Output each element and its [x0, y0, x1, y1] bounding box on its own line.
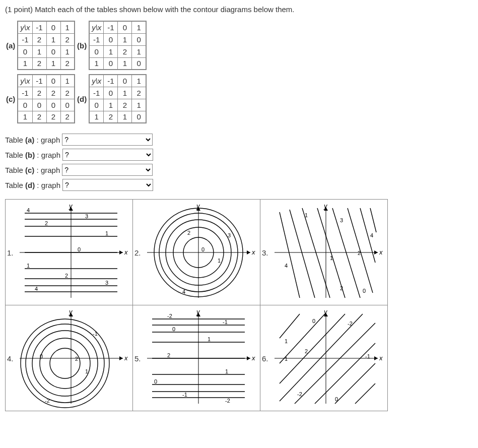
graph-1: y x 4 2 3 1 0 1 2 3 4: [15, 202, 128, 303]
yx-header: y\x: [89, 75, 104, 87]
label-a: (a): [5, 41, 16, 50]
svg-text:y: y: [69, 308, 73, 315]
graph-number-1: 1.: [7, 248, 14, 257]
svg-text:4: 4: [182, 289, 185, 295]
svg-text:y: y: [196, 308, 200, 315]
svg-marker-1: [119, 250, 123, 254]
svg-text:0: 0: [201, 246, 204, 252]
svg-text:4: 4: [27, 207, 30, 213]
svg-text:0: 0: [154, 378, 157, 385]
svg-text:x: x: [124, 354, 128, 362]
svg-text:1: 1: [285, 356, 288, 362]
match-row-c: Table (c) : graph ?: [5, 164, 473, 176]
svg-text:x: x: [124, 248, 128, 256]
question-text: (1 point) Match each of the tables shown…: [5, 5, 473, 14]
svg-text:2: 2: [167, 352, 170, 358]
points: (1 point): [5, 5, 35, 14]
svg-line-112: [295, 323, 375, 404]
svg-text:-1: -1: [365, 353, 370, 359]
svg-line-110: [280, 314, 345, 383]
select-b[interactable]: ?: [62, 149, 153, 161]
match-rows: Table (a) : graph ? Table (b) : graph ? …: [5, 134, 473, 191]
svg-text:y: y: [323, 202, 328, 210]
table-a: y\x-101 -1212 0101 1212: [17, 21, 75, 70]
svg-text:3: 3: [105, 280, 108, 286]
tables-row-1: (a) y\x-101 -1212 0101 1212 (b) y\x-101 …: [5, 20, 473, 71]
svg-text:3: 3: [85, 213, 88, 219]
graph-2: y x 2 0 3 1 4: [142, 202, 255, 303]
svg-text:-2: -2: [297, 391, 302, 397]
svg-text:1: 1: [305, 212, 308, 218]
svg-text:0: 0: [40, 353, 43, 359]
svg-point-68: [50, 348, 80, 378]
svg-text:2: 2: [358, 250, 361, 256]
svg-text:-2: -2: [225, 398, 230, 404]
svg-line-53: [370, 208, 376, 232]
yx-header: y\x: [89, 21, 104, 33]
select-a[interactable]: ?: [62, 134, 153, 146]
table-d: y\x-101 -1012 0121 1210: [89, 74, 147, 123]
svg-text:2: 2: [305, 348, 308, 354]
graph-6: y x 0 -2 1 2 -1 1 -2 0: [269, 308, 383, 409]
svg-text:4: 4: [35, 286, 38, 292]
svg-line-113: [315, 343, 375, 404]
svg-text:2: 2: [65, 273, 68, 279]
prompt-body: Match each of the tables shown below wit…: [35, 5, 294, 14]
svg-text:-1: -1: [93, 331, 98, 337]
label-b: (b): [76, 41, 88, 50]
svg-text:2: 2: [340, 285, 343, 291]
svg-marker-63: [119, 356, 123, 360]
graph-number-3: 3.: [261, 248, 269, 257]
svg-text:4: 4: [370, 232, 373, 238]
svg-line-115: [355, 383, 375, 404]
svg-text:4: 4: [285, 263, 288, 269]
svg-marker-41: [374, 250, 378, 254]
graph-cell-2: 2. y x 2 0 3 1 4: [133, 200, 260, 305]
table-c: y\x-101 -1222 0000 1222: [17, 74, 75, 123]
svg-text:1: 1: [105, 230, 108, 236]
svg-text:x: x: [251, 354, 255, 362]
label-c: (c): [5, 95, 16, 103]
svg-text:1: 1: [225, 368, 228, 374]
svg-point-69: [40, 338, 90, 389]
svg-line-46: [280, 212, 300, 298]
svg-line-108: [280, 314, 300, 338]
yx-header: y\x: [18, 75, 32, 87]
graph-4: y x 0 -1 2 1 -2: [15, 308, 128, 409]
graph-cell-5: 5. y x -2 -1 0 1 2 1 0 -1 -2: [133, 305, 260, 411]
select-c[interactable]: ?: [62, 164, 153, 176]
graph-number-4: 4.: [7, 354, 14, 362]
svg-text:3: 3: [340, 217, 343, 223]
yx-header: y\x: [18, 21, 32, 33]
svg-text:-1: -1: [223, 319, 228, 325]
svg-text:-2: -2: [45, 398, 50, 404]
svg-marker-103: [374, 356, 378, 360]
svg-text:x: x: [251, 248, 255, 256]
svg-line-47: [290, 210, 315, 298]
svg-text:1: 1: [330, 255, 333, 261]
svg-text:1: 1: [218, 258, 221, 264]
graph-3: y x 1 3 4 1 2 4 2 0: [269, 202, 383, 303]
select-d[interactable]: ?: [62, 179, 153, 191]
svg-text:y: y: [323, 308, 328, 315]
svg-text:y: y: [69, 202, 73, 210]
svg-text:1: 1: [85, 368, 88, 374]
match-row-b: Table (b) : graph ?: [5, 149, 473, 161]
svg-text:1: 1: [208, 336, 211, 342]
graph-5: y x -2 -1 0 1 2 1 0 -1 -2: [142, 308, 255, 409]
svg-text:-2: -2: [348, 321, 353, 327]
graph-number-5: 5.: [134, 354, 142, 362]
match-row-d: Table (d) : graph ?: [5, 179, 473, 191]
graphs-grid: 1. y x 4 2 3 1 0 1 2 3 4 2. y x 2 0: [5, 199, 388, 411]
svg-text:-1: -1: [182, 392, 187, 398]
svg-text:1: 1: [27, 263, 30, 269]
table-b: y\x-101 -1010 0121 1010: [89, 21, 147, 70]
svg-marker-79: [247, 356, 250, 360]
svg-line-114: [335, 363, 375, 404]
graph-number-2: 2.: [134, 248, 142, 257]
tables-zone: (a) y\x-101 -1212 0101 1212 (b) y\x-101 …: [5, 20, 473, 124]
graph-cell-4: 4. y x 0 -1 2 1 -2: [6, 305, 133, 411]
graph-cell-1: 1. y x 4 2 3 1 0 1 2 3 4: [6, 200, 133, 305]
svg-line-50: [332, 208, 360, 298]
label-d: (d): [76, 95, 88, 103]
